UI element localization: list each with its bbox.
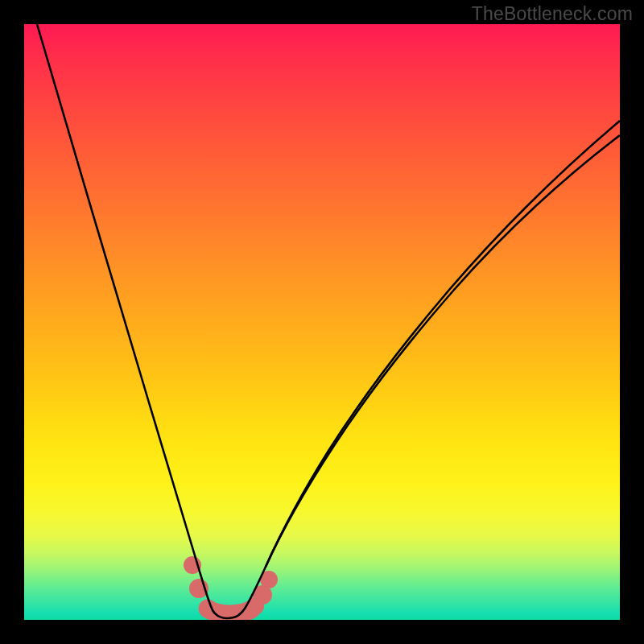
plot-area	[24, 24, 620, 620]
bottleneck-curve	[37, 24, 620, 618]
chart-frame: TheBottleneck.com	[0, 0, 644, 644]
bottleneck-curve-right-tail	[266, 135, 620, 567]
curve-layer	[24, 24, 620, 620]
watermark-text: TheBottleneck.com	[472, 3, 633, 25]
